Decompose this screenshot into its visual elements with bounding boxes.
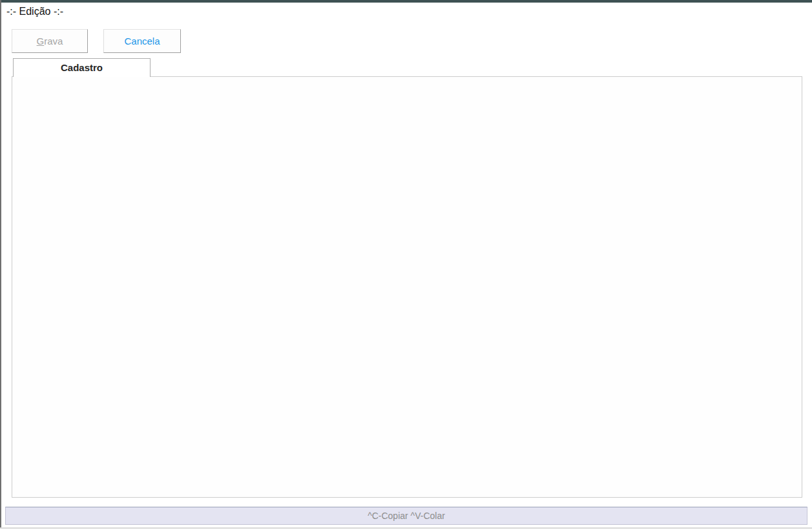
grava-button-label: Grava bbox=[37, 30, 63, 52]
window-bottom-border bbox=[0, 527, 812, 529]
status-bar: ^C-Copiar ^V-Colar bbox=[5, 507, 807, 525]
cancela-button[interactable]: Cancela bbox=[103, 29, 181, 53]
window-top-border bbox=[0, 0, 812, 3]
cadastro-panel bbox=[12, 76, 802, 498]
window-left-border bbox=[0, 0, 1, 527]
window-title: -:- Edição -:- bbox=[6, 6, 63, 17]
tab-cadastro[interactable]: Cadastro bbox=[13, 58, 151, 77]
cancela-button-label: Cancela bbox=[124, 36, 160, 47]
edition-window: -:- Edição -:- Grava Cancela Cadastro Co… bbox=[0, 0, 812, 530]
grava-button[interactable]: Grava bbox=[12, 29, 88, 53]
